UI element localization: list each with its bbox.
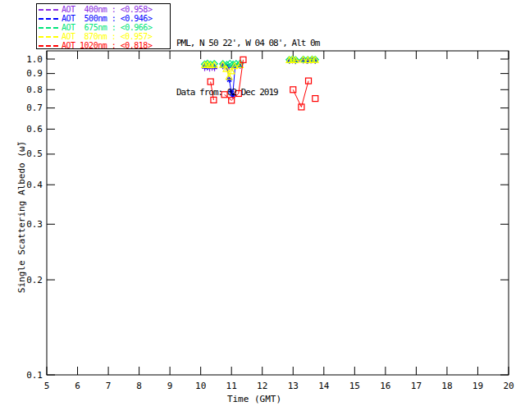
x-tick-label: 7 [106, 381, 112, 391]
y-tick-label: 0.7 [26, 103, 43, 113]
x-tick-label: 5 [44, 381, 50, 391]
legend-item-500nm: AOT 500nm : <0.946> [39, 14, 168, 23]
legend-item-label: AOT 870nm : <0.957> [62, 32, 152, 41]
x-tick-label: 6 [75, 381, 80, 391]
x-tick-label: 16 [380, 381, 390, 391]
legend-box: AOT 400nm : <0.958> AOT 500nm : <0.946> … [36, 3, 171, 49]
x-tick-label: 8 [136, 381, 142, 391]
y-tick-label: 0.9 [26, 68, 43, 79]
x-tick-label: 9 [167, 381, 173, 391]
x-tick-label: 15 [349, 381, 360, 391]
legend-item-label: AOT 500nm : <0.946> [62, 14, 152, 23]
legend-line-sample-675nm [39, 27, 58, 29]
legend-item-400nm: AOT 400nm : <0.958> [39, 5, 168, 14]
y-tick-label: 0.6 [26, 124, 43, 135]
x-axis-label: Time (GMT) [227, 394, 281, 404]
x-tick-label: 11 [226, 381, 237, 391]
station-header: PML, N 50 22', W 04 08', Alt 0m Data fro… [176, 2, 319, 134]
legend-line-sample-500nm [39, 18, 58, 20]
legend-item-675nm: AOT 675nm : <0.966> [39, 23, 168, 32]
legend-item-label: AOT 675nm : <0.966> [62, 23, 152, 32]
y-tick-label: 1.0 [26, 54, 43, 65]
x-tick-label: 17 [411, 381, 422, 391]
legend-item-label: AOT 400nm : <0.958> [62, 5, 152, 14]
legend-line-sample-870nm [39, 36, 58, 38]
y-axis-label: Single Scattering Albedo (ω̃) [16, 141, 27, 293]
legend-line-sample-400nm [39, 9, 58, 11]
ssa-plot-page: 5678910111213141516171819201.00.90.80.70… [0, 0, 525, 420]
legend-item-label: AOT 1020nm : <0.818> [62, 41, 152, 50]
y-tick-label: 0.3 [26, 219, 43, 230]
data-date-text: Data from: 02 Dec 2019 [176, 84, 319, 101]
station-location-text: PML, N 50 22', W 04 08', Alt 0m [176, 35, 319, 52]
x-tick-label: 19 [472, 381, 483, 391]
y-tick-label: 0.2 [26, 275, 43, 285]
y-tick-label: 0.4 [26, 180, 43, 190]
y-tick-label: 0.8 [26, 84, 43, 95]
x-tick-label: 18 [441, 381, 452, 391]
y-tick-label: 0.1 [26, 370, 43, 381]
x-tick-label: 13 [288, 381, 299, 391]
x-tick-label: 20 [503, 381, 514, 391]
legend-line-sample-1020nm [39, 45, 58, 47]
x-tick-label: 12 [257, 381, 267, 391]
y-tick-label: 0.5 [26, 148, 43, 159]
legend-item-870nm: AOT 870nm : <0.957> [39, 32, 168, 41]
x-tick-label: 14 [318, 381, 330, 391]
x-tick-label: 10 [195, 381, 206, 391]
legend-item-1020nm: AOT 1020nm : <0.818> [39, 41, 168, 50]
